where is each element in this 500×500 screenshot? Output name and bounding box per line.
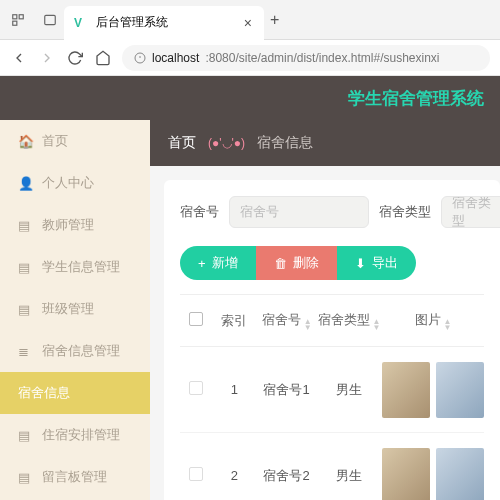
type-select[interactable]: 宿舍类型: [441, 196, 500, 228]
list-icon: ▤: [18, 428, 32, 442]
thumbnail[interactable]: [382, 362, 430, 418]
search-row: 宿舍号 宿舍号 宿舍类型 宿舍类型: [180, 196, 484, 228]
thumbnail[interactable]: [382, 448, 430, 501]
breadcrumb-face-icon: (●'◡'●): [208, 136, 245, 150]
url-host: localhost: [152, 51, 199, 65]
sidebar-item-label: 留言板管理: [42, 468, 107, 486]
sidebar-item-label: 班级管理: [42, 300, 94, 318]
browser-tab[interactable]: V 后台管理系统 ×: [64, 6, 264, 40]
svg-rect-0: [13, 14, 17, 18]
back-button[interactable]: [10, 49, 28, 67]
list-icon: ▤: [18, 218, 32, 232]
workspaces-icon[interactable]: [10, 12, 26, 28]
sidebar-item-label: 教师管理: [42, 216, 94, 234]
col-index[interactable]: 索引: [212, 295, 257, 347]
favicon-icon: V: [74, 16, 88, 30]
browser-tab-strip: V 后台管理系统 × +: [0, 0, 500, 40]
sidebar-item-label: 个人中心: [42, 174, 94, 192]
home-button[interactable]: [94, 49, 112, 67]
url-path: :8080/site/admin/dist/index.html#/sushex…: [205, 51, 439, 65]
sidebar-item-profile[interactable]: 👤个人中心: [0, 162, 150, 204]
sidebar-item-dorm-group[interactable]: ≣宿舍信息管理: [0, 330, 150, 372]
sidebar-item-dorm-info[interactable]: 宿舍信息: [0, 372, 150, 414]
sidebar-item-label: 宿舍信息: [18, 384, 70, 402]
sort-icon[interactable]: ▲▼: [373, 319, 381, 331]
col-type[interactable]: 宿舍类型▲▼: [316, 295, 382, 347]
breadcrumb-current: 宿舍信息: [257, 134, 313, 152]
app-title: 学生宿舍管理系统: [348, 87, 484, 110]
breadcrumb: 首页 (●'◡'●) 宿舍信息: [150, 120, 500, 166]
list-icon: ▤: [18, 260, 32, 274]
sort-icon[interactable]: ▲▼: [444, 319, 452, 331]
sidebar-item-label: 学生信息管理: [42, 258, 120, 276]
main-area: 首页 (●'◡'●) 宿舍信息 宿舍号 宿舍号 宿舍类型 宿舍类型 +新增 🗑删…: [150, 120, 500, 500]
svg-rect-3: [45, 15, 56, 24]
sidebar-item-class[interactable]: ▤班级管理: [0, 288, 150, 330]
sidebar: 🏠首页 👤个人中心 ▤教师管理 ▤学生信息管理 ▤班级管理 ≣宿舍信息管理 宿舍…: [0, 120, 150, 500]
dorm-input[interactable]: 宿舍号: [229, 196, 369, 228]
row-checkbox[interactable]: [189, 467, 203, 481]
plus-icon: +: [198, 256, 206, 271]
sidebar-item-stay[interactable]: ▤住宿安排管理: [0, 414, 150, 456]
address-bar[interactable]: localhost:8080/site/admin/dist/index.htm…: [122, 45, 490, 71]
list-icon: ▤: [18, 470, 32, 484]
sidebar-item-teacher[interactable]: ▤教师管理: [0, 204, 150, 246]
select-all-checkbox[interactable]: [189, 312, 203, 326]
window-icon[interactable]: [42, 12, 58, 28]
content-panel: 宿舍号 宿舍号 宿舍类型 宿舍类型 +新增 🗑删除 ⬇导出 索引 宿舍号▲▼ 宿…: [164, 180, 500, 500]
svg-rect-1: [19, 14, 23, 18]
thumbnail[interactable]: [436, 362, 484, 418]
add-button[interactable]: +新增: [180, 246, 256, 280]
bars-icon: ≣: [18, 344, 32, 358]
home-icon: 🏠: [18, 134, 32, 148]
app-header: 学生宿舍管理系统: [0, 76, 500, 120]
new-tab-button[interactable]: +: [270, 11, 279, 29]
data-table: 索引 宿舍号▲▼ 宿舍类型▲▼ 图片▲▼ 1 宿舍号1 男生: [180, 294, 484, 500]
tab-title: 后台管理系统: [96, 14, 236, 31]
thumbnail[interactable]: [436, 448, 484, 501]
close-tab-icon[interactable]: ×: [244, 15, 252, 31]
svg-rect-2: [13, 21, 17, 25]
delete-button[interactable]: 🗑删除: [256, 246, 337, 280]
cell-index: 2: [212, 433, 257, 501]
sidebar-item-label: 首页: [42, 132, 68, 150]
sidebar-item-label: 住宿安排管理: [42, 426, 120, 444]
sidebar-item-board[interactable]: ▤留言板管理: [0, 456, 150, 498]
type-label: 宿舍类型: [379, 203, 431, 221]
cell-image: [382, 362, 484, 418]
cell-type: 男生: [316, 347, 382, 433]
trash-icon: 🗑: [274, 256, 287, 271]
export-button[interactable]: ⬇导出: [337, 246, 416, 280]
table-row: 2 宿舍号2 男生: [180, 433, 484, 501]
col-dorm[interactable]: 宿舍号▲▼: [257, 295, 316, 347]
cell-image: [382, 448, 484, 501]
sidebar-item-student[interactable]: ▤学生信息管理: [0, 246, 150, 288]
sidebar-item-label: 宿舍信息管理: [42, 342, 120, 360]
cell-dorm: 宿舍号2: [257, 433, 316, 501]
sort-icon[interactable]: ▲▼: [304, 319, 312, 331]
forward-button[interactable]: [38, 49, 56, 67]
col-image[interactable]: 图片▲▼: [382, 295, 484, 347]
browser-toolbar: localhost:8080/site/admin/dist/index.htm…: [0, 40, 500, 76]
row-checkbox[interactable]: [189, 381, 203, 395]
dorm-label: 宿舍号: [180, 203, 219, 221]
cell-dorm: 宿舍号1: [257, 347, 316, 433]
action-buttons: +新增 🗑删除 ⬇导出: [180, 246, 484, 280]
cell-index: 1: [212, 347, 257, 433]
sidebar-item-home[interactable]: 🏠首页: [0, 120, 150, 162]
table-row: 1 宿舍号1 男生: [180, 347, 484, 433]
cell-type: 男生: [316, 433, 382, 501]
download-icon: ⬇: [355, 256, 366, 271]
site-info-icon: [134, 52, 146, 64]
list-icon: ▤: [18, 302, 32, 316]
breadcrumb-home[interactable]: 首页: [168, 134, 196, 152]
user-icon: 👤: [18, 176, 32, 190]
reload-button[interactable]: [66, 49, 84, 67]
